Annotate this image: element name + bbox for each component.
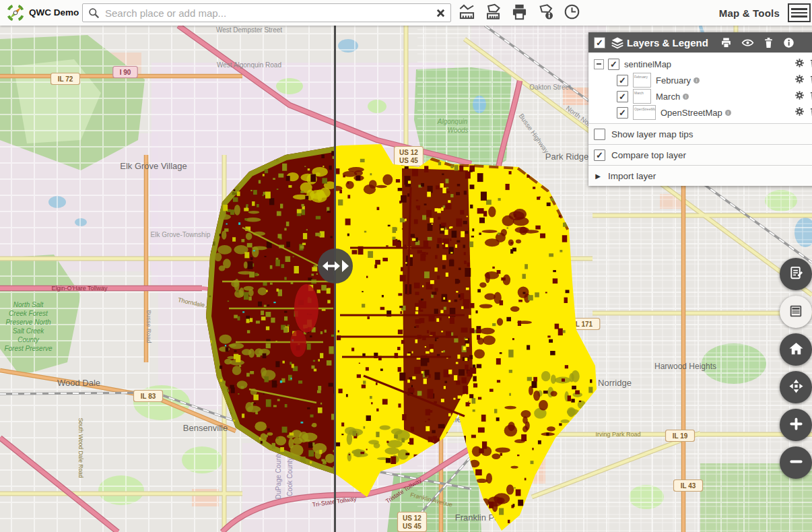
option-show-layer-map-tips[interactable]: Show layer map tips	[588, 123, 812, 144]
layer-info-icon[interactable]: i	[683, 94, 689, 100]
topbar: QWC Demo Map & Tools	[0, 0, 812, 26]
svg-text:IL 19: IL 19	[673, 432, 688, 440]
road-shield: I 90	[113, 67, 137, 78]
option-checkbox[interactable]	[594, 129, 605, 140]
menu-label: Map & Tools	[719, 7, 780, 19]
place-label: Creek Forest	[9, 310, 48, 317]
eye-icon[interactable]	[741, 37, 754, 48]
road-shield: IL 83	[134, 391, 163, 402]
trash-icon[interactable]	[764, 37, 774, 48]
minus-icon	[788, 454, 804, 471]
place-label: Forest Preserve	[4, 345, 53, 352]
layer-row-february[interactable]: ✓FebruaryFebruaryi	[588, 72, 812, 88]
layer-settings-icon[interactable]	[794, 58, 805, 71]
place-label: Elk Grove-Township	[151, 231, 211, 238]
zoom-out-button[interactable]	[780, 446, 812, 479]
layer-trash-icon[interactable]	[809, 58, 812, 71]
identify-region-icon	[537, 3, 555, 23]
place-label: Cook County	[286, 457, 294, 496]
collapse-minus-icon[interactable]	[594, 59, 604, 69]
home-icon	[788, 341, 804, 358]
crosshair-icon	[788, 378, 804, 396]
qwc-logo-icon	[5, 3, 26, 23]
measure-line-button[interactable]	[455, 1, 478, 24]
home-button[interactable]	[780, 333, 812, 366]
toolbar	[455, 1, 583, 24]
layer-settings-icon[interactable]	[794, 106, 805, 119]
legend-thumbnail: February	[633, 73, 651, 88]
hamburger-icon	[788, 3, 811, 22]
layer-tree: ✓sentinelMap✓FebruaryFebruaryi✓MarchMarc…	[588, 53, 812, 123]
place-label: Park Ridge	[545, 152, 588, 162]
svg-text:US 12: US 12	[399, 149, 418, 156]
svg-text:US 12: US 12	[403, 514, 421, 522]
place-label: Woods	[447, 127, 468, 134]
layer-row-march[interactable]: ✓MarchMarchi	[588, 88, 812, 104]
place-label: County	[18, 336, 40, 343]
road-shield: IL 72	[51, 73, 80, 85]
print-button[interactable]	[508, 1, 531, 24]
legend-thumbnail: OpenStreetMap	[633, 105, 656, 120]
svg-text:I 90: I 90	[120, 69, 131, 76]
place-label: Oakton Street	[529, 84, 571, 91]
option-checkbox[interactable]: ✓	[594, 149, 605, 161]
layer-label: sentinelMap	[624, 59, 671, 69]
place-label: West Algonquin Road	[217, 61, 281, 69]
time-manager-icon	[563, 3, 581, 23]
measure-area-button[interactable]	[481, 1, 504, 24]
place-label: Preserve North	[5, 319, 51, 326]
place-label: Harwood Heights	[654, 362, 716, 371]
time-manager-button[interactable]	[560, 1, 583, 24]
place-label: Elk Grove Village	[120, 161, 187, 171]
layer-checkbox[interactable]: ✓	[617, 91, 628, 102]
plus-icon	[788, 416, 804, 434]
svg-text:US 45: US 45	[399, 157, 418, 164]
legend-thumbnail: March	[633, 89, 651, 104]
layer-row-sentinelmap[interactable]: ✓sentinelMap	[588, 56, 812, 72]
map-tools-menu-button[interactable]: Map & Tools	[715, 0, 812, 26]
layer-checkbox[interactable]: ✓	[617, 107, 628, 119]
svg-text:IL 72: IL 72	[58, 75, 73, 83]
place-label: West Dempster Street	[216, 26, 282, 34]
layer-checkbox[interactable]: ✓	[608, 59, 619, 70]
option-compare-top-layer[interactable]: ✓Compare top layer	[588, 144, 812, 165]
search-box[interactable]	[82, 3, 451, 22]
layers-legend-panel: ✓ Layers & Legend ✓sentinelMap✓FebruaryF…	[588, 32, 812, 186]
layer-info-icon[interactable]: i	[725, 110, 731, 116]
measure-area-icon	[484, 3, 502, 23]
zoom-to-extent-button[interactable]	[780, 371, 812, 403]
report-button[interactable]	[780, 258, 812, 290]
layer-trash-icon[interactable]	[809, 106, 812, 119]
measure-line-icon	[458, 3, 476, 23]
panel-header[interactable]: ✓ Layers & Legend	[588, 32, 812, 53]
search-input[interactable]	[104, 7, 431, 20]
document-panel-button[interactable]	[780, 296, 812, 328]
layer-settings-icon[interactable]	[794, 90, 805, 103]
layer-trash-icon[interactable]	[809, 90, 812, 103]
panel-checkbox[interactable]: ✓	[594, 37, 605, 48]
app-title: QWC Demo	[29, 0, 79, 26]
place-label: Busse Road	[145, 310, 152, 343]
expander-arrow-icon[interactable]: ▶	[594, 172, 602, 180]
road-shield: IL 43	[674, 480, 703, 492]
option-import-layer[interactable]: ▶Import layer	[588, 165, 812, 186]
compare-slider-handle[interactable]	[318, 248, 353, 284]
panel-title: Layers & Legend	[627, 37, 708, 48]
place-label: Algonquin	[437, 118, 468, 125]
layer-checkbox[interactable]: ✓	[617, 75, 628, 86]
layer-trash-icon[interactable]	[809, 74, 812, 87]
layer-row-openstreetmap[interactable]: ✓OpenStreetMapOpenStreetMapi	[588, 104, 812, 121]
layer-label: OpenStreetMap	[661, 108, 722, 118]
search-clear-icon[interactable]	[431, 9, 450, 18]
info-icon[interactable]	[783, 37, 794, 48]
layers-icon	[611, 36, 624, 49]
layer-settings-icon[interactable]	[794, 74, 805, 87]
print-icon[interactable]	[720, 37, 732, 48]
road-shield: IL 19	[666, 430, 695, 442]
identify-region-button[interactable]	[534, 1, 557, 24]
zoom-in-button[interactable]	[780, 409, 812, 441]
place-label: Bensenville	[183, 423, 228, 433]
place-label: Salt Creek	[13, 327, 45, 335]
option-label: Compare top layer	[611, 150, 686, 160]
layer-info-icon[interactable]: i	[693, 77, 700, 84]
